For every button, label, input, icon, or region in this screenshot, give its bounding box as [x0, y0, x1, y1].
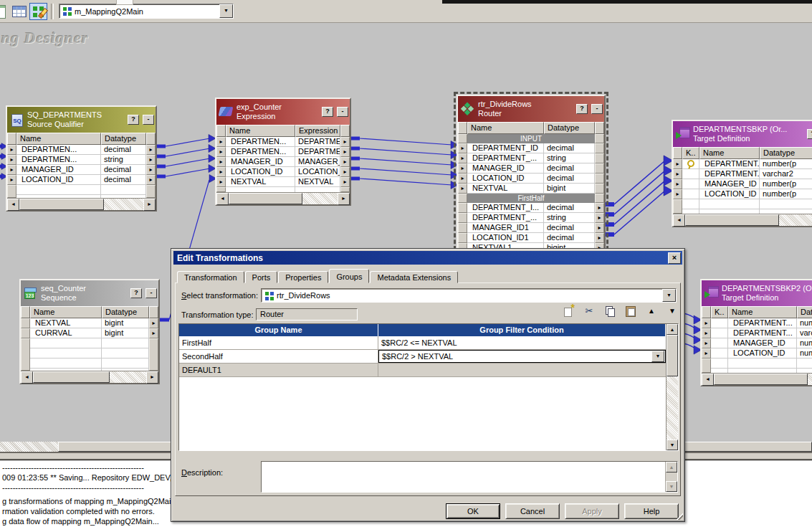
output-port-icon[interactable]: ▸ — [595, 223, 604, 233]
output-port-icon[interactable]: ▸ — [146, 155, 156, 165]
box-hscrollbar[interactable]: ◄► — [21, 371, 158, 383]
scroll-left-icon[interactable]: ◄ — [216, 193, 229, 205]
select-transformation-dropdown[interactable]: rtr_DivideRows — [261, 288, 677, 303]
input-port-icon[interactable]: ▸ — [673, 179, 682, 189]
input-port-icon[interactable]: ▸ — [7, 155, 16, 165]
box-header[interactable]: DEPARTMENTSBKP2 (Or...Target Definition?… — [702, 280, 812, 306]
port-row[interactable]: ▸LOCATION_IDdecimal▸ — [7, 175, 156, 185]
output-port-icon[interactable]: ▸ — [340, 177, 350, 187]
input-port-icon[interactable]: ▸ — [673, 159, 682, 169]
scroll-left-icon[interactable]: ◄ — [673, 214, 685, 227]
input-port-icon[interactable]: ▸ — [673, 169, 682, 179]
output-port-icon[interactable]: ▸ — [146, 175, 156, 185]
port-row[interactable]: ▸DEPARTMENT...varchar2 — [673, 169, 812, 179]
table-icon[interactable] — [10, 3, 28, 20]
transformation-box[interactable]: exp_CounterExpression?-NameExpression▸DE… — [215, 98, 351, 206]
port-row[interactable]: ▸DEPARTMENT_IDdecimal — [458, 143, 604, 153]
scroll-left-icon[interactable]: ◄ — [702, 374, 714, 386]
port-row[interactable]: ▸DEPARTMENT_...string — [458, 153, 604, 163]
group-row[interactable]: SecondHalf$$RC/2 > NEXTVAL▼ — [179, 350, 666, 364]
box-header[interactable]: rtr_DivideRowsRouter?- — [458, 96, 604, 122]
tab-transformation[interactable]: Transformation — [177, 271, 244, 283]
scroll-up-icon[interactable]: ▲ — [666, 462, 677, 473]
transformation-box[interactable]: SQ_DEPARTMENTSSource Qualifier?-NameData… — [6, 105, 157, 212]
output-port-icon[interactable]: ▸ — [595, 213, 604, 223]
group-condition-cell[interactable]: $$RC/2 > NEXTVAL▼ — [378, 350, 666, 363]
port-row[interactable]: ▸NEXTVALNEXTVAL▸ — [216, 177, 350, 187]
input-port-icon[interactable]: ▸ — [7, 145, 16, 155]
new-group-icon[interactable] — [563, 305, 574, 317]
help-button[interactable]: ? — [322, 107, 333, 117]
help-button[interactable]: ? — [128, 115, 139, 125]
input-port-icon[interactable]: ▸ — [702, 348, 711, 359]
move-up-icon[interactable]: ▲ — [646, 305, 657, 317]
port-row[interactable]: ▸LOCATION_IDLOCATION_▸ — [216, 167, 350, 177]
output-port-icon[interactable]: ▸ — [149, 318, 158, 328]
transformation-box[interactable]: DEPARTMENTSBKP2 (Or...Target Definition?… — [700, 279, 812, 386]
scroll-right-icon[interactable]: ► — [143, 199, 156, 211]
box-hscrollbar[interactable]: ◄► — [673, 214, 812, 226]
scrollbar-thumb[interactable] — [685, 214, 779, 226]
port-row[interactable]: NEXTVALbigint▸ — [21, 318, 158, 328]
paste-icon[interactable] — [625, 305, 636, 317]
box-hscrollbar[interactable]: ◄► — [216, 192, 350, 204]
port-row[interactable]: ▸DEPARTMEN...DEPARTMEN▸ — [216, 137, 350, 147]
group-condition-cell[interactable]: $$RC/2 <= NEXTVAL — [378, 336, 666, 349]
minimize-button[interactable]: - — [591, 104, 603, 114]
port-row[interactable]: ▸DEPARTMEN...string▸ — [7, 155, 156, 165]
dropdown-arrow-icon[interactable]: ▼ — [219, 4, 233, 18]
open-expression-editor-icon[interactable]: ▼ — [651, 351, 664, 362]
transformation-box[interactable]: seq_CounterSequence?-NameDatatypeNEXTVAL… — [19, 279, 160, 384]
ok-button[interactable]: OK — [446, 503, 500, 519]
port-row[interactable]: ▸MANAGER_IDnumber(p — [673, 179, 812, 189]
input-port-icon[interactable]: ▸ — [458, 143, 467, 153]
scrollbar-thumb[interactable] — [19, 199, 104, 210]
help-button[interactable]: ? — [130, 288, 142, 298]
input-port-icon[interactable]: ▸ — [702, 338, 711, 348]
tab-metadata-extensions[interactable]: Metadata Extensions — [370, 271, 458, 283]
port-row[interactable]: CURRVALbigint▸ — [21, 328, 158, 338]
output-port-icon[interactable]: ▸ — [595, 233, 604, 243]
input-port-icon[interactable]: ▸ — [7, 165, 16, 175]
input-port-icon[interactable]: ▸ — [458, 184, 467, 194]
input-port-icon[interactable]: ▸ — [458, 174, 467, 184]
output-port-icon[interactable]: ▸ — [595, 203, 604, 213]
scroll-right-icon[interactable]: ► — [338, 193, 350, 205]
group-name-cell[interactable]: SecondHalf — [179, 350, 378, 363]
output-port-icon[interactable]: ▸ — [149, 328, 158, 338]
minimize-button[interactable]: - — [337, 107, 348, 117]
output-port-icon[interactable]: ▸ — [340, 167, 350, 177]
dialog-titlebar[interactable]: Edit Transformations × — [173, 251, 682, 265]
port-row[interactable]: DEPARTMENT_...string▸ — [458, 213, 604, 223]
copy-icon[interactable] — [604, 305, 616, 317]
port-row[interactable]: ▸DEPARTMEN...decimal▸ — [7, 145, 156, 155]
input-port-icon[interactable]: ▸ — [216, 147, 226, 157]
input-port-icon[interactable]: ▸ — [216, 177, 226, 187]
output-port-icon[interactable]: ▸ — [146, 145, 156, 155]
document-icon[interactable] — [0, 3, 9, 20]
scrollbar-thumb[interactable] — [667, 335, 678, 376]
group-condition-cell[interactable] — [378, 364, 666, 376]
input-port-icon[interactable]: ▸ — [216, 167, 226, 177]
scrollbar-thumb[interactable] — [714, 374, 808, 385]
port-row[interactable]: ▸LOCATION_IDnumber(p — [673, 189, 812, 199]
dropdown-arrow-icon[interactable] — [662, 289, 676, 302]
port-row[interactable]: MANAGER_ID1decimal▸ — [458, 223, 604, 233]
group-name-cell[interactable]: DEFAULT1 — [179, 364, 378, 376]
input-port-icon[interactable]: ▸ — [702, 318, 711, 328]
port-row[interactable]: ▸DEPARTMENT...varchar2 — [702, 328, 812, 338]
move-down-icon[interactable]: ▼ — [667, 305, 678, 317]
box-hscrollbar[interactable]: ◄► — [7, 198, 156, 210]
scroll-left-icon[interactable]: ◄ — [7, 199, 19, 211]
port-row[interactable]: ▸NEXTVALbigint — [458, 184, 604, 194]
close-icon[interactable]: × — [668, 252, 681, 264]
description-scrollbar[interactable]: ▲ ▼ — [665, 462, 677, 492]
port-row[interactable]: ▸MANAGER_IDdecimal▸ — [7, 165, 156, 175]
port-row[interactable]: ▸DEPARTMENT...number(p — [702, 318, 812, 328]
box-header[interactable]: DEPARTMENTSBKP (Or...Target Definition?- — [673, 121, 812, 147]
transformation-box[interactable]: rtr_DivideRowsRouter?-NameDatatypeINPUT▸… — [457, 95, 606, 267]
description-value[interactable] — [262, 462, 665, 492]
scrollbar-thumb[interactable] — [229, 193, 302, 204]
tab-ports[interactable]: Ports — [245, 271, 278, 283]
port-row[interactable]: ▸LOCATION_IDnumber(p — [702, 348, 812, 359]
